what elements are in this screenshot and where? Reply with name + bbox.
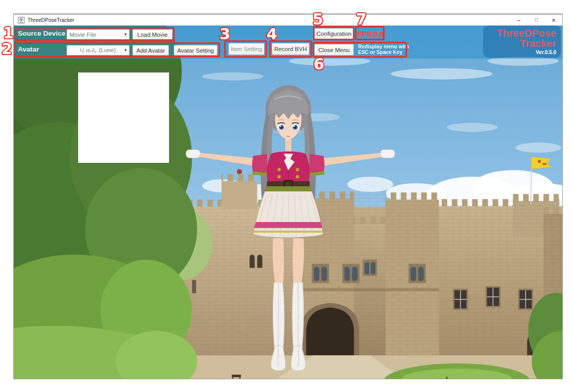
configuration-button[interactable]: Configuration — [314, 28, 354, 39]
source-device-combobox[interactable]: Movie File ▾ — [66, 29, 130, 40]
minimize-button[interactable]: – — [510, 14, 528, 26]
app-logo: ThreeDPose Tracker Ver.0.5.0 — [483, 26, 561, 58]
viewport-canvas[interactable]: Source Device Movie File ▾ Load Movie Av… — [14, 26, 562, 379]
chevron-down-icon: ▾ — [124, 48, 127, 53]
avatar-label: Avatar — [18, 45, 39, 53]
redisplay-hint-line2: ESC or Space Key — [358, 50, 414, 55]
annotation-number-1: 1 — [3, 26, 14, 41]
source-device-label: Source Device — [18, 30, 65, 37]
chevron-down-icon: ▾ — [124, 32, 127, 37]
avatar-value: りゅん (Lune) — [79, 46, 116, 54]
redisplay-hint-line1: Redisplay menu with — [358, 44, 414, 50]
add-avatar-button[interactable]: Add Avatar — [132, 45, 169, 56]
redisplay-hint: Redisplay menu with ESC or Space Key — [358, 44, 414, 55]
app-window: ThreeDPoseTracker – □ × — [13, 14, 563, 379]
app-icon — [18, 17, 25, 23]
logo-line2: Tracker — [483, 38, 556, 48]
close-button[interactable]: × — [545, 14, 562, 26]
annotation-number-2: 2 — [2, 41, 12, 57]
version-label: Ver.0.5.0 — [483, 50, 556, 55]
titlebar: ThreeDPoseTracker – □ × — [14, 14, 562, 26]
avatar-combobox[interactable]: りゅん (Lune) ▾ — [66, 45, 130, 56]
record-bvh-button[interactable]: Record BVH — [272, 43, 309, 55]
avatar-setting-button[interactable]: Avatar Setting — [174, 45, 218, 56]
maximize-button[interactable]: □ — [528, 14, 545, 26]
logo-line1: ThreeDPose — [483, 28, 556, 38]
close-menu-button[interactable]: Close Menu — [314, 44, 354, 56]
source-device-value: Movie File — [69, 32, 96, 38]
load-movie-button[interactable]: Load Movie — [132, 29, 173, 40]
fps-counter: FPS:0.0 — [358, 30, 384, 38]
item-setting-button[interactable]: Item Setting — [228, 43, 265, 55]
window-title: ThreeDPoseTracker — [28, 17, 74, 23]
